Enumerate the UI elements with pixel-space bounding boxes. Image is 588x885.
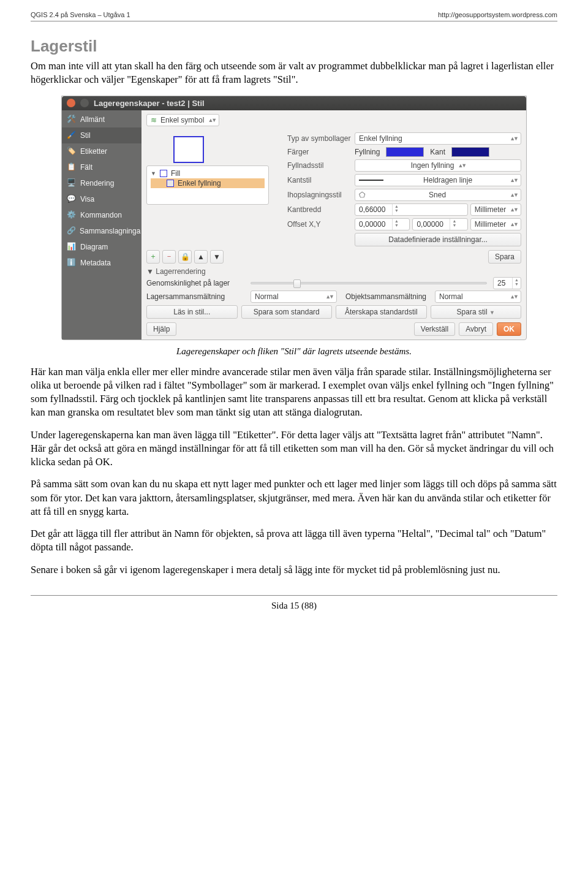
- expand-icon[interactable]: ▼: [151, 170, 156, 177]
- up-icon[interactable]: ▲: [194, 250, 208, 264]
- kantstil-combo[interactable]: Heldragen linje▲▼: [355, 174, 521, 186]
- figure-caption: Lageregenskaper och fliken "Stil" där la…: [31, 346, 557, 357]
- spin-up-icon[interactable]: ▲: [450, 219, 458, 223]
- dialog-titlebar: Lageregenskaper - test2 | Stil: [62, 96, 526, 110]
- tree-row-fill[interactable]: ▼Fill: [151, 169, 265, 178]
- combo-value: Normal: [255, 292, 279, 301]
- sidebar-item-allmant[interactable]: 🛠️Allmänt: [62, 112, 141, 127]
- sidebar-item-rendering[interactable]: 🖥️Rendering: [62, 175, 141, 191]
- sidebar-item-label: Metadata: [80, 259, 111, 267]
- offset-y-spin[interactable]: 0,00000▲▼: [412, 218, 467, 230]
- sidebar-item-label: Rendering: [80, 179, 114, 188]
- gear-icon: ⚙️: [67, 210, 77, 220]
- spin-value: 25: [494, 278, 512, 289]
- restore-default-button[interactable]: Återskapa standardstil: [336, 305, 427, 319]
- spin-value: 0,00000: [413, 219, 450, 230]
- fyllning-label: Fyllning: [355, 148, 380, 156]
- spara-button[interactable]: Spara: [488, 250, 521, 264]
- spin-down-icon[interactable]: ▼: [450, 223, 458, 227]
- chevron-updown-icon: ▲▼: [510, 221, 517, 227]
- body-para-3: På samma sätt som ovan kan du nu skapa e…: [31, 477, 557, 518]
- chart-icon: 📊: [67, 242, 77, 252]
- spin-up-icon[interactable]: ▲: [513, 278, 521, 282]
- spin-down-icon[interactable]: ▼: [393, 223, 401, 227]
- spin-up-icon[interactable]: ▲: [393, 204, 401, 208]
- swatch-icon: [167, 180, 174, 187]
- tooltip-icon: 💬: [67, 194, 77, 204]
- symbol-type-combo[interactable]: ≋ Enkel symbol ▲▼: [146, 114, 219, 126]
- spin-up-icon[interactable]: ▲: [393, 219, 401, 223]
- data-defined-button[interactable]: Datadefinierade inställningar...: [355, 233, 521, 246]
- down-icon[interactable]: ▼: [210, 250, 224, 264]
- border-color-swatch[interactable]: [451, 147, 489, 157]
- unit-combo-2[interactable]: Millimeter▲▼: [470, 218, 521, 230]
- sidebar-item-etiketter[interactable]: 🏷️Etiketter: [62, 143, 141, 159]
- slider-knob-icon[interactable]: [293, 279, 301, 288]
- sidebar-item-diagram[interactable]: 📊Diagram: [62, 239, 141, 255]
- save-default-button[interactable]: Spara som standard: [241, 305, 333, 319]
- objektsamman-combo[interactable]: Normal▲▼: [435, 291, 521, 303]
- dialog-title: Lageregenskaper - test2 | Stil: [94, 99, 205, 108]
- fill-color-swatch[interactable]: [386, 147, 424, 157]
- unit-combo[interactable]: Millimeter▲▼: [470, 203, 521, 216]
- doc-header-left: QGIS 2.4 på Svenska – Utgåva 1: [31, 11, 130, 18]
- kantbredd-spin[interactable]: 0,66000▲▼: [355, 203, 468, 216]
- ihop-label: Ihopslagningsstil: [287, 191, 355, 199]
- symbol-layer-tree[interactable]: ▼Fill Enkel fyllning: [146, 165, 269, 205]
- offset-x-spin[interactable]: 0,00000▲▼: [355, 218, 410, 230]
- spin-down-icon[interactable]: ▼: [393, 208, 401, 213]
- chevron-updown-icon: ▲▼: [510, 207, 517, 213]
- sidebar-item-sammanslagning[interactable]: 🔗Sammanslagninga: [62, 223, 141, 239]
- transparency-spin[interactable]: 25▲▼: [493, 277, 521, 289]
- sidebar-item-kommandon[interactable]: ⚙️Kommandon: [62, 207, 141, 223]
- fyllnadsstil-combo[interactable]: Ingen fyllning▲▼: [355, 159, 521, 172]
- lagersamman-label: Lagersammansmältning: [146, 292, 244, 301]
- typ-label: Typ av symbollager: [287, 134, 355, 143]
- combo-value: Sned: [429, 191, 446, 199]
- help-button[interactable]: Hjälp: [146, 322, 176, 336]
- ihop-combo[interactable]: ⬠Sned▲▼: [355, 189, 521, 201]
- save-style-button[interactable]: Spara stil ▼: [431, 305, 522, 319]
- layer-properties-dialog: Lageregenskaper - test2 | Stil 🛠️Allmänt…: [61, 96, 527, 340]
- page-number: Sida 15 (88): [31, 601, 557, 611]
- tree-row-enkel[interactable]: Enkel fyllning: [151, 178, 265, 188]
- chevron-updown-icon: ▲▼: [458, 162, 465, 169]
- close-icon[interactable]: [67, 99, 75, 107]
- add-icon[interactable]: ＋: [146, 250, 160, 264]
- ok-button[interactable]: OK: [497, 322, 521, 336]
- sidebar-item-falt[interactable]: 📋Fält: [62, 159, 141, 175]
- transparency-slider[interactable]: [251, 282, 487, 284]
- typ-combo[interactable]: Enkel fyllning▲▼: [355, 132, 521, 145]
- lagersamman-combo[interactable]: Normal▲▼: [251, 291, 337, 303]
- footer-divider: [31, 595, 557, 596]
- sidebar-item-stil[interactable]: 🖌️Stil: [62, 127, 141, 143]
- line-icon: [359, 180, 383, 181]
- fields-icon: 📋: [67, 162, 77, 172]
- body-para-1: Här kan man välja enkla eller mer eller …: [31, 365, 557, 420]
- remove-icon[interactable]: －: [162, 250, 176, 264]
- lagerrendering-header[interactable]: ▼ Lagerrendering: [146, 267, 521, 276]
- brush-icon: 🖌️: [67, 131, 77, 140]
- sidebar-item-visa[interactable]: 💬Visa: [62, 191, 141, 207]
- minimize-icon[interactable]: [80, 99, 89, 107]
- lock-icon[interactable]: 🔒: [178, 250, 192, 264]
- swatch-icon: [160, 170, 167, 177]
- symbol-preview: [173, 136, 204, 163]
- kantstil-label: Kantstil: [287, 176, 355, 184]
- apply-button[interactable]: Verkställ: [414, 322, 455, 336]
- intro-paragraph: Om man inte vill att ytan skall ha den f…: [31, 59, 557, 87]
- combo-value: Millimeter: [475, 205, 506, 214]
- section-header-label: Lagerrendering: [156, 267, 205, 276]
- spin-down-icon[interactable]: ▼: [513, 282, 521, 286]
- side-panel: 🛠️Allmänt 🖌️Stil 🏷️Etiketter 📋Fält 🖥️Ren…: [62, 110, 141, 340]
- combo-value: Millimeter: [475, 220, 506, 229]
- objektsamman-label: Objektsammansmältning: [343, 292, 429, 301]
- chevron-updown-icon: ▲▼: [510, 192, 517, 198]
- join-icon: 🔗: [67, 226, 76, 236]
- btn-label: Spara stil: [457, 308, 488, 316]
- sidebar-item-metadata[interactable]: ℹ️Metadata: [62, 255, 141, 271]
- cancel-button[interactable]: Avbryt: [459, 322, 493, 336]
- combo-value: Enkel fyllning: [359, 134, 402, 143]
- load-style-button[interactable]: Läs in stil...: [146, 305, 238, 319]
- main-pane: ≋ Enkel symbol ▲▼ ▼Fill Enkel fyllning T…: [141, 110, 526, 340]
